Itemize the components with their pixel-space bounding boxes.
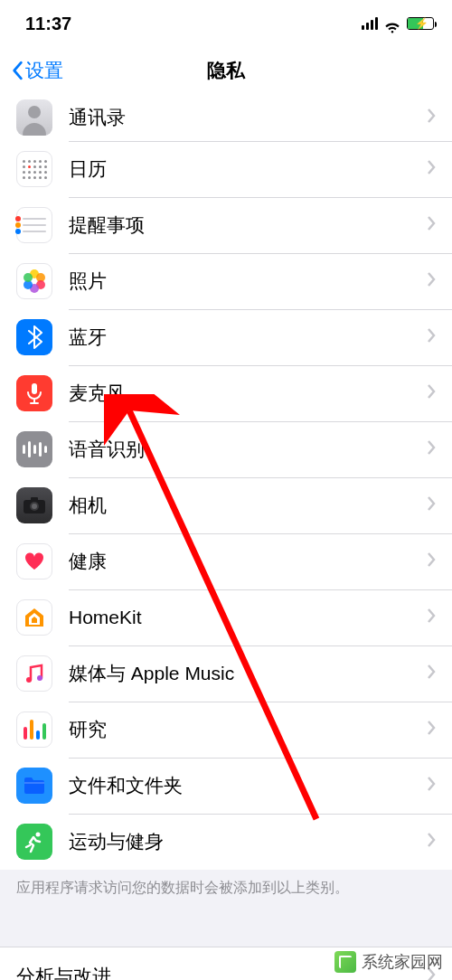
watermark-text: 系统家园网 xyxy=(362,951,443,973)
row-label: 运动与健身 xyxy=(69,829,427,854)
row-label: HomeKit xyxy=(69,607,427,628)
row-homekit[interactable]: HomeKit xyxy=(0,589,452,645)
chevron-right-icon xyxy=(427,327,436,347)
row-photos[interactable]: 照片 xyxy=(0,253,452,309)
row-label: 日历 xyxy=(69,156,427,182)
svg-rect-6 xyxy=(32,383,37,394)
chevron-right-icon xyxy=(427,159,436,179)
reminders-icon xyxy=(16,207,52,243)
photos-icon xyxy=(16,263,52,299)
status-bar: 11:37 ⚡ xyxy=(0,0,452,47)
row-files-and-folders[interactable]: 文件和文件夹 xyxy=(0,758,452,814)
chevron-right-icon xyxy=(427,832,436,852)
watermark-logo-icon xyxy=(334,951,356,973)
row-camera[interactable]: 相机 xyxy=(0,477,452,533)
svg-point-11 xyxy=(26,677,32,683)
files-icon xyxy=(16,768,52,804)
speech-recognition-icon xyxy=(16,431,52,467)
row-label: 文件和文件夹 xyxy=(69,773,427,798)
research-icon xyxy=(16,711,52,748)
health-icon xyxy=(16,543,52,580)
fitness-icon xyxy=(16,824,52,860)
homekit-icon xyxy=(16,599,52,636)
nav-bar: 设置 隐私 xyxy=(0,47,452,94)
row-motion-fitness[interactable]: 运动与健身 xyxy=(0,814,452,870)
section-footer: 应用程序请求访问您的数据时会被添加到以上类别。 xyxy=(0,870,452,919)
row-contacts[interactable]: 通讯录 xyxy=(0,94,452,141)
watermark: 系统家园网 xyxy=(334,951,443,973)
chevron-right-icon xyxy=(427,720,436,740)
status-indicators: ⚡ xyxy=(362,17,434,30)
chevron-right-icon xyxy=(427,551,436,571)
svg-point-10 xyxy=(32,504,37,509)
bluetooth-icon xyxy=(16,319,52,355)
row-label: 照片 xyxy=(69,269,427,294)
contacts-icon xyxy=(16,99,52,136)
svg-point-13 xyxy=(36,833,41,837)
privacy-list: 通讯录 日历 提醒事项 xyxy=(0,94,452,870)
calendar-icon xyxy=(16,151,52,187)
row-speech-recognition[interactable]: 语音识别 xyxy=(0,421,452,477)
row-calendar[interactable]: 日历 xyxy=(0,141,452,197)
cellular-signal-icon xyxy=(362,17,378,30)
chevron-right-icon xyxy=(427,271,436,291)
chevron-right-icon xyxy=(427,383,436,403)
row-label: 蓝牙 xyxy=(69,325,427,350)
microphone-icon xyxy=(16,375,52,411)
row-label: 相机 xyxy=(69,493,427,518)
row-label: 语音识别 xyxy=(69,437,427,462)
row-label: 媒体与 Apple Music xyxy=(69,661,427,686)
status-time: 11:37 xyxy=(25,14,71,34)
row-label: 研究 xyxy=(69,717,427,742)
wifi-icon xyxy=(383,17,401,30)
chevron-right-icon xyxy=(427,776,436,796)
chevron-right-icon xyxy=(427,664,436,683)
row-research[interactable]: 研究 xyxy=(0,702,452,758)
camera-icon xyxy=(16,487,52,523)
svg-point-5 xyxy=(24,273,33,282)
row-media-apple-music[interactable]: 媒体与 Apple Music xyxy=(0,645,452,702)
row-bluetooth[interactable]: 蓝牙 xyxy=(0,309,452,365)
page-title: 隐私 xyxy=(0,58,452,83)
chevron-right-icon xyxy=(427,495,436,515)
row-label: 麦克风 xyxy=(69,381,427,406)
row-reminders[interactable]: 提醒事项 xyxy=(0,197,452,253)
svg-rect-8 xyxy=(31,497,38,501)
row-label: 健康 xyxy=(69,549,427,574)
svg-point-12 xyxy=(37,675,42,681)
battery-icon: ⚡ xyxy=(407,17,434,30)
row-health[interactable]: 健康 xyxy=(0,533,452,589)
apple-music-icon xyxy=(16,655,52,692)
row-label: 提醒事项 xyxy=(69,212,427,238)
row-microphone[interactable]: 麦克风 xyxy=(0,365,452,421)
chevron-right-icon xyxy=(427,108,436,127)
row-label: 通讯录 xyxy=(69,105,427,130)
chevron-right-icon xyxy=(427,215,436,235)
chevron-right-icon xyxy=(427,608,436,627)
chevron-right-icon xyxy=(427,439,436,459)
